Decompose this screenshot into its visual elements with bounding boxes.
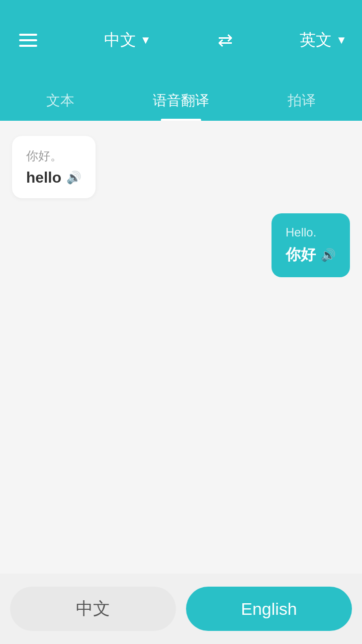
source-language-selector[interactable]: 中文 ▼: [104, 29, 151, 51]
target-language-label: 英文: [300, 29, 332, 51]
sound-icon-right[interactable]: 🔊: [321, 248, 336, 262]
bottom-bar: 中文 English: [0, 574, 362, 644]
sound-icon-left[interactable]: 🔊: [66, 171, 81, 185]
source-language-arrow: ▼: [140, 34, 151, 47]
menu-button[interactable]: [15, 30, 41, 51]
header-top: 中文 ▼ ⇄ 英文 ▼: [10, 20, 352, 60]
chinese-button[interactable]: 中文: [10, 587, 176, 631]
english-button[interactable]: English: [186, 587, 352, 631]
source-language-label: 中文: [104, 29, 136, 51]
tab-bar: 文本 语音翻译 拍译: [0, 80, 362, 121]
target-language-selector[interactable]: 英文 ▼: [300, 29, 347, 51]
tab-voice[interactable]: 语音翻译: [121, 80, 241, 121]
header: 中文 ▼ ⇄ 英文 ▼: [0, 0, 362, 80]
translation-text-right: 你好 🔊: [286, 245, 336, 265]
tab-text[interactable]: 文本: [0, 80, 121, 121]
original-text-left: 你好。: [26, 148, 81, 164]
target-language-arrow: ▼: [336, 34, 347, 47]
original-text-right: Hello.: [286, 225, 336, 239]
chat-area: 你好。 hello 🔊 Hello. 你好 🔊: [0, 121, 362, 594]
translation-text-left: hello 🔊: [26, 169, 81, 186]
tab-photo[interactable]: 拍译: [241, 80, 362, 121]
bubble-right: Hello. 你好 🔊: [272, 213, 350, 277]
bubble-left: 你好。 hello 🔊: [12, 136, 96, 198]
message-right: Hello. 你好 🔊: [12, 213, 350, 277]
message-left: 你好。 hello 🔊: [12, 136, 350, 198]
swap-languages-button[interactable]: ⇄: [214, 26, 237, 55]
